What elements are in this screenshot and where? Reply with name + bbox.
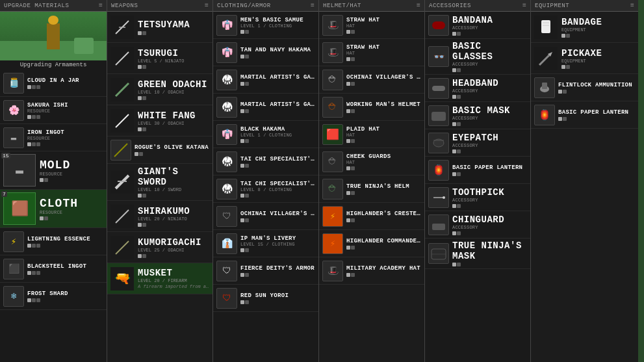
item-info: SHIRAKUMO LEVEL 20 / NINJATO (138, 206, 209, 227)
list-item[interactable]: 🟥 PLAID HAT HAT (319, 121, 424, 148)
list-item[interactable]: 👘 MEN'S BASIC SAMUE LEVEL 1 / CLOTHING (213, 12, 318, 39)
list-item[interactable]: 🏮 BASIC PAPER LANTERN (425, 157, 530, 184)
upgrade-preview (0, 12, 107, 60)
list-item[interactable]: FLINTLOCK AMMUNITION (531, 74, 638, 101)
list-item[interactable]: ⬛ BLACKSTEEL INGOT (0, 255, 107, 283)
list-item[interactable]: TRUE NINJA'S MASK (425, 239, 530, 269)
clothing-menu-icon[interactable]: ≡ (311, 2, 315, 9)
item-name: HEADBAND (452, 78, 527, 88)
list-item[interactable]: 👘 BLACK HAKAMA LEVEL 1 / CLOTHING (213, 121, 318, 148)
list-item[interactable]: WHITE FANG LEVEL 30 / ODACHI (107, 105, 213, 136)
list-item[interactable]: 🥋 MARTIAL ARTIST'S GARB(BLACK) (213, 66, 318, 94)
list-item[interactable]: ❄ FROST SHARD (0, 283, 107, 310)
list-item[interactable]: 🛡 RED SUN YOROI (213, 285, 318, 312)
item-icon: ⬛ (3, 259, 24, 279)
list-item[interactable]: ⛑ CHEEK GUARDS HAT (319, 148, 424, 175)
list-item[interactable]: 👔 IP MAN'S LIVERY LEVEL 15 / CLOTHING (213, 230, 318, 257)
list-item[interactable]: 🥋 MARTIAL ARTIST'S GARB(NAVY) (213, 94, 318, 121)
list-item[interactable]: ⚡ HIGHLANDER COMMANDER'S CRESTED HELM (319, 230, 424, 257)
list-item[interactable]: 15 ▬ MOLD RESOURCE (0, 151, 107, 190)
list-item[interactable]: 👘 TAN AND NAVY HAKAMA (213, 39, 318, 66)
item-info: PLAID HAT HAT (346, 126, 421, 143)
list-item[interactable]: ⛑ WORKING MAN'S HELMET (319, 94, 424, 121)
list-item[interactable]: BASIC MASK ACCESSORY (425, 102, 530, 129)
helmet-menu-icon[interactable]: ≡ (417, 2, 420, 9)
equipment-menu-icon[interactable]: ≡ (630, 2, 634, 9)
item-name: PLAID HAT (346, 126, 421, 133)
item-info: FLINTLOCK AMMUNITION (558, 82, 635, 94)
item-name: OCHINAI VILLAGER'S HELMET (346, 74, 421, 81)
upgrade-menu-icon[interactable]: ≡ (99, 2, 103, 9)
list-item[interactable]: 7 🟫 CLOTH RESOURCE (0, 190, 107, 228)
list-item[interactable]: 🎩 STRAW HAT HAT (319, 12, 424, 39)
clothing-title: CLOTHING/ARMOR (217, 3, 271, 9)
weapons-menu-icon[interactable]: ≡ (205, 2, 209, 9)
accessories-item-list: BANDANA ACCESSORY 👓 BASIC GLASSES ACCESS… (425, 12, 530, 362)
item-stars (240, 273, 315, 277)
item-info: STRAW HAT HAT (346, 44, 421, 61)
upgrade-title: UPGRADE MATERIALS (4, 3, 69, 9)
item-icon: 🟫 (3, 192, 36, 225)
item-icon: 👓 (428, 46, 449, 67)
list-item[interactable]: EYEPATCH ACCESSORY (425, 129, 530, 157)
item-level: LEVEL 20 / FIREARM (138, 278, 209, 283)
list-item[interactable]: BANDAGE EQUIPMENT (531, 12, 638, 43)
item-stars (27, 85, 103, 89)
list-item[interactable]: BANDANA ACCESSORY (425, 12, 530, 39)
item-icon (428, 214, 449, 235)
list-item[interactable]: ⛑ OCHINAI VILLAGER'S HELMET (319, 66, 424, 94)
list-item[interactable]: TSURUGI LEVEL 5 / NINJATO (107, 43, 213, 74)
accessories-menu-icon[interactable]: ≡ (522, 2, 526, 9)
item-stars (346, 109, 421, 113)
list-item[interactable]: TETSUYAMA (107, 12, 213, 43)
item-sub: HAT (346, 160, 421, 165)
list-item[interactable]: ⛑ TRUE NINJA'S HELM (319, 175, 424, 203)
list-item[interactable]: ▬ IRON INGOT RESOURCE (0, 124, 107, 151)
list-item[interactable]: PICKAXE EQUIPMENT (531, 43, 638, 74)
item-stars (452, 68, 527, 72)
list-item[interactable]: 🎩 STRAW HAT HAT (319, 39, 424, 66)
item-name: BASIC GLASSES (452, 41, 527, 62)
item-info: BANDAGE EQUIPMENT (561, 17, 635, 38)
item-sub: ACCESSORY (452, 143, 527, 148)
list-item[interactable]: CHINGUARD ACCESSORY (425, 211, 530, 239)
item-name: CHEEK GUARDS (346, 153, 421, 160)
item-info: TAI CHI SPECIALIST'S JACKET(BLACK) LEVEL… (240, 181, 315, 198)
list-item[interactable]: TOOTHPICK ACCESSORY (425, 184, 530, 211)
item-stars (240, 164, 315, 168)
item-name: CLOUD IN A JAR (27, 77, 103, 84)
list-item[interactable]: 🔫 MUSKET LEVEL 20 / FIREARM A firearm im… (107, 263, 213, 294)
item-info: BASIC PAPER LANTERN (558, 109, 635, 121)
item-icon: 👔 (216, 233, 237, 254)
list-item[interactable]: ROGUE'S OLIVE KATANA (107, 136, 213, 164)
equipment-header: EQUIPMENT ≡ (531, 0, 638, 12)
item-icon: 👘 (216, 42, 237, 63)
item-info: CHINGUARD ACCESSORY (452, 214, 527, 235)
list-item[interactable]: GIANT'S SWORD LEVEL 10 / SWORD (107, 164, 213, 201)
item-stars (240, 139, 315, 143)
list-item[interactable]: 🌸 SAKURA ISHI RESOURCE (0, 97, 107, 124)
equipment-item-list: BANDAGE EQUIPMENT PICKAXE EQUIPMENT FLIN… (531, 12, 638, 362)
item-info: LIGHTNING ESSENCE (27, 236, 103, 248)
list-item[interactable]: KUMORIGACHI LEVEL 25 / ODACHI (107, 232, 213, 263)
list-item[interactable]: 🏮 BASIC PAPER LANTERN (531, 101, 638, 129)
item-icon: 🫙 (3, 73, 24, 94)
item-level: EQUIPMENT (561, 58, 635, 64)
item-info: MARTIAL ARTIST'S GARB(BLACK) (240, 74, 315, 86)
list-item[interactable]: 🥋 TAI CHI SPECIALIST'S JACKET (213, 148, 318, 175)
list-item[interactable]: 👓 BASIC GLASSES ACCESSORY (425, 39, 530, 75)
list-item[interactable]: 🛡 OCHINAI VILLAGER'S ARMOR (213, 203, 318, 230)
list-item[interactable]: ⚡ LIGHTNING ESSENCE (0, 228, 107, 255)
list-item[interactable]: 🫙 CLOUD IN A JAR (0, 70, 107, 97)
list-item[interactable]: 🎩 MILITARY ACADEMY HAT (319, 257, 424, 285)
list-item[interactable]: 🥋 TAI CHI SPECIALIST'S JACKET(BLACK) LEV… (213, 175, 318, 203)
weapons-title: WEAPONS (111, 3, 138, 9)
item-info: IP MAN'S LIVERY LEVEL 15 / CLOTHING (240, 235, 315, 252)
list-item[interactable]: SHIRAKUMO LEVEL 20 / NINJATO (107, 201, 213, 232)
list-item[interactable]: GREEN ODACHI LEVEL 10 / ODACHI (107, 74, 213, 105)
item-info: CHEEK GUARDS HAT (346, 153, 421, 170)
list-item[interactable]: ⚡ HIGHLANDER'S CRESTED HELM (319, 203, 424, 230)
item-count: 15 (1, 153, 10, 159)
list-item[interactable]: HEADBAND ACCESSORY (425, 75, 530, 102)
list-item[interactable]: 🛡 FIERCE DEITY'S ARMOR (213, 257, 318, 285)
